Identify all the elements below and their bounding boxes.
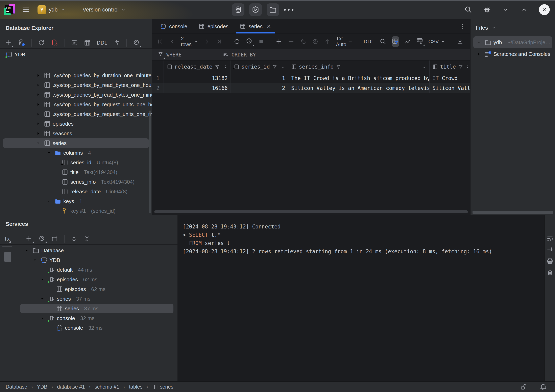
- column-header-title[interactable]: title: [430, 60, 470, 73]
- tab-console[interactable]: console: [155, 19, 193, 34]
- find-icon[interactable]: [380, 38, 387, 45]
- first-page-icon[interactable]: [157, 38, 164, 45]
- services-node-console-output[interactable]: console32 ms: [20, 323, 174, 333]
- revert-changes-icon[interactable]: [300, 38, 307, 45]
- filter-funnel-icon[interactable]: [336, 64, 341, 70]
- services-node-ydb[interactable]: YDB: [20, 255, 174, 265]
- tree-node-table[interactable]: .sys/top_queries_by_duration_one_minute: [3, 71, 149, 80]
- tx-toggle[interactable]: Tx: [4, 236, 10, 242]
- export-format-dropdown[interactable]: CSV: [428, 39, 445, 44]
- grid-horizontal-scrollbar[interactable]: [154, 210, 468, 213]
- clear-trash-icon[interactable]: [547, 269, 553, 276]
- column-header-series-id[interactable]: series_id: [231, 60, 288, 73]
- services-node-series-result-selected[interactable]: series37 ms: [20, 304, 174, 313]
- view-settings-icon[interactable]: [416, 37, 423, 46]
- services-node-episodes-session[interactable]: episodes62 ms: [20, 275, 174, 284]
- datasource-settings-icon[interactable]: [18, 39, 25, 47]
- services-node-database[interactable]: Database: [20, 246, 174, 255]
- breadcrumb-item[interactable]: tables: [129, 384, 143, 390]
- tree-node-key-1[interactable]: key #1(series_id): [3, 206, 149, 216]
- chevron-right-icon[interactable]: [35, 111, 41, 117]
- import-icon[interactable]: [457, 38, 463, 45]
- view-options-icon[interactable]: [38, 235, 45, 243]
- page-size-dropdown[interactable]: 2 rows: [181, 36, 198, 47]
- services-node-episodes-result[interactable]: episodes62 ms: [20, 284, 174, 294]
- cell-release-date[interactable]: 16166: [164, 83, 231, 93]
- delete-row-icon[interactable]: [288, 38, 294, 45]
- soft-wrap-icon[interactable]: [547, 235, 553, 242]
- column-header-release-date[interactable]: release_date: [164, 60, 231, 73]
- services-node-series-session[interactable]: series37 ms: [20, 294, 174, 304]
- open-table-icon[interactable]: [84, 39, 91, 46]
- run-services-button[interactable]: [249, 3, 262, 16]
- rollback-icon[interactable]: [312, 38, 319, 45]
- files-tool-button[interactable]: [267, 3, 279, 16]
- tree-node-table[interactable]: seasons: [3, 129, 149, 138]
- chevron-down-icon[interactable]: [502, 6, 510, 14]
- tree-node-column-release-date[interactable]: release_dateUint64(8): [3, 187, 149, 196]
- add-icon[interactable]: [25, 235, 32, 243]
- cell-title[interactable]: Silicon Valley: [430, 83, 470, 93]
- cell-series-info[interactable]: Silicon Valley is an American comedy tel…: [288, 83, 430, 93]
- next-page-icon[interactable]: [204, 38, 211, 45]
- filter-toggle-active[interactable]: [392, 36, 399, 47]
- view-options-icon[interactable]: [133, 39, 140, 47]
- tree-node-keys-group[interactable]: keys1: [3, 196, 149, 206]
- navigate-swap-icon[interactable]: [114, 39, 120, 46]
- explorer-scrollbar[interactable]: [149, 110, 151, 213]
- version-control-menu[interactable]: Version control: [83, 7, 126, 13]
- open-in-new-tab-icon[interactable]: [51, 235, 58, 242]
- print-icon[interactable]: [547, 258, 553, 265]
- notifications-bell-icon[interactable]: [540, 383, 547, 391]
- chevron-down-icon[interactable]: [46, 198, 52, 204]
- column-header-series-info[interactable]: series_info: [288, 60, 430, 73]
- expand-all-icon[interactable]: [71, 235, 77, 242]
- chevron-down-icon[interactable]: [39, 296, 45, 302]
- services-node-default[interactable]: default44 ms: [20, 265, 174, 275]
- add-row-icon[interactable]: [276, 38, 282, 45]
- tree-node-ydb-root[interactable]: YDB: [3, 50, 149, 59]
- disconnect-icon[interactable]: [51, 39, 58, 47]
- cell-series-id[interactable]: 1: [231, 73, 288, 83]
- chevron-down-icon[interactable]: [476, 39, 482, 45]
- jump-to-console-icon[interactable]: [71, 39, 78, 46]
- tree-node-column-series-id[interactable]: series_idUint64(8): [3, 158, 149, 167]
- ddl-button[interactable]: DDL: [97, 40, 108, 46]
- last-page-icon[interactable]: [216, 38, 223, 45]
- files-horizontal-scrollbar[interactable]: [473, 211, 553, 214]
- tab-series-active[interactable]: series ✕: [234, 19, 277, 34]
- window-close-button[interactable]: [539, 4, 550, 15]
- tree-node-table[interactable]: .sys/top_queries_by_request_units_one_mi…: [3, 109, 149, 119]
- sort-icon[interactable]: [466, 65, 470, 69]
- chevron-down-icon[interactable]: [39, 315, 45, 321]
- tree-node-table[interactable]: episodes: [3, 119, 149, 129]
- scroll-to-end-icon[interactable]: [547, 247, 553, 253]
- chevron-down-icon[interactable]: [24, 247, 30, 254]
- tree-node-table[interactable]: .sys/top_queries_by_request_units_one_ho…: [3, 100, 149, 109]
- cell-series-id[interactable]: 2: [231, 83, 288, 93]
- filter-funnel-icon[interactable]: [214, 64, 220, 70]
- refresh-icon[interactable]: [38, 39, 45, 46]
- chart-view-icon[interactable]: [404, 38, 411, 45]
- files-project-root-selected[interactable]: ydb ~/DataGripProjects/ydb: [473, 36, 552, 48]
- tab-options-kebab-icon[interactable]: ⋮: [460, 23, 466, 30]
- chevron-right-icon[interactable]: [35, 92, 41, 98]
- collapse-all-icon[interactable]: [83, 235, 90, 242]
- breadcrumb-item[interactable]: schema #1: [95, 384, 119, 390]
- sort-icon[interactable]: [281, 65, 285, 69]
- breadcrumb-item-series[interactable]: series: [152, 384, 174, 390]
- services-node-console-session[interactable]: console32 ms: [20, 313, 174, 323]
- tree-node-column-series-info[interactable]: series_infoText(4194304): [3, 177, 149, 187]
- filter-funnel-icon[interactable]: [272, 64, 278, 70]
- chevron-right-icon[interactable]: [35, 73, 41, 79]
- tree-node-column-title[interactable]: titleText(4194304): [3, 167, 149, 177]
- add-datasource-icon[interactable]: [5, 39, 12, 47]
- grid-row-2[interactable]: 2 16166 2 Silicon Valley is an American …: [152, 83, 470, 93]
- chevron-down-icon[interactable]: [35, 140, 41, 146]
- close-tab-icon[interactable]: ✕: [267, 23, 271, 30]
- settings-gear-icon[interactable]: [483, 6, 491, 14]
- cell-title[interactable]: IT Crowd: [430, 73, 470, 83]
- tree-node-table-series-selected[interactable]: series: [3, 138, 149, 148]
- grid-row-1[interactable]: 1 13182 1 The IT Crowd is a British sitc…: [152, 73, 470, 83]
- hamburger-menu-icon[interactable]: [22, 6, 30, 14]
